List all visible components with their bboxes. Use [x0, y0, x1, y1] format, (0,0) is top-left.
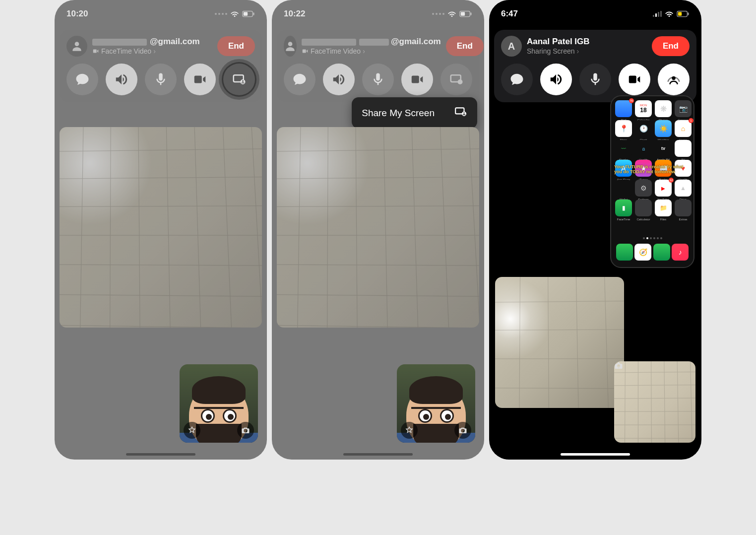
messages-button[interactable] [501, 64, 533, 95]
app-wallet: Wallet [615, 180, 632, 197]
status-right [653, 9, 690, 18]
contact-name: @gmail.com [92, 37, 212, 47]
home-indicator[interactable] [126, 453, 195, 456]
status-time: 6:47 [501, 9, 518, 19]
app-health-data: ⩍Health [635, 140, 652, 157]
remote-video-view[interactable] [277, 127, 479, 328]
app-files: 📁Files [655, 200, 672, 216]
wifi-icon [665, 9, 674, 18]
battery-icon [459, 10, 472, 17]
remote-video-tile[interactable] [495, 277, 624, 408]
screenshare-button[interactable] [441, 64, 472, 95]
cellular-bars-icon [653, 11, 662, 17]
end-call-button[interactable]: End [217, 36, 255, 56]
app-youtube: ▶12YouTube [655, 180, 672, 197]
app-camera: 📷Camera [675, 100, 692, 117]
remote-video-view[interactable] [60, 127, 262, 328]
avatar[interactable] [66, 36, 87, 57]
svg-rect-11 [470, 12, 471, 15]
svg-rect-14 [412, 76, 419, 83]
effects-button[interactable] [401, 422, 418, 439]
end-call-button[interactable]: End [446, 36, 484, 56]
svg-rect-23 [629, 76, 636, 83]
dock-safari: 🧭 [634, 244, 651, 261]
redacted-name [302, 39, 356, 46]
app-calculator: Calculator [635, 200, 652, 216]
redacted-name [92, 39, 147, 46]
speaker-button[interactable] [106, 64, 137, 95]
shareplay-button[interactable] [658, 64, 690, 95]
messages-button[interactable] [66, 64, 98, 95]
app-home: ⌂1Home [675, 120, 692, 137]
svg-rect-4 [93, 50, 97, 53]
flip-camera-button[interactable] [454, 422, 471, 439]
speaker-button[interactable] [323, 64, 355, 95]
status-right [215, 9, 255, 18]
status-time: 10:20 [66, 9, 88, 19]
shared-screen-thumbnail[interactable]: 70Mail MON18Calendar ❋Photos 📷Camera 📍Ma… [610, 95, 694, 268]
screenshare-icon [454, 105, 467, 121]
svg-point-7 [241, 79, 246, 84]
self-video-pip[interactable] [180, 364, 258, 443]
battery-icon [242, 10, 255, 17]
chevron-right-icon: › [153, 47, 156, 56]
redacted-name-2 [359, 39, 389, 46]
svg-rect-10 [461, 12, 465, 15]
app-settings: ⚙Settings [635, 180, 652, 197]
app-clock: 🕐Clock [635, 120, 652, 137]
speaker-button[interactable] [540, 64, 572, 95]
contact-name: Aanal Patel IGB [527, 37, 647, 47]
app-drive: ▲Drive [675, 180, 692, 197]
status-right [432, 9, 472, 18]
avatar[interactable]: A [501, 36, 522, 57]
mute-button[interactable] [362, 64, 394, 95]
app-stocks: 〰Stocks [615, 140, 632, 157]
screen-2-share-popup: 10:22 @gmail.com FaceTime Video [272, 0, 484, 460]
call-status[interactable]: FaceTime Video › [92, 47, 212, 56]
svg-rect-2 [253, 12, 254, 15]
contact-name: @gmail.com [302, 37, 441, 47]
svg-point-16 [458, 79, 463, 84]
svg-point-18 [462, 112, 466, 116]
camera-toggle-button[interactable] [184, 64, 216, 95]
camera-toggle-button[interactable] [619, 64, 650, 95]
screen-3-sharing-active: 6:47 A Aanal Patel IGB Sharing Screen › … [489, 0, 701, 460]
home-indicator[interactable] [561, 453, 630, 456]
avatar[interactable] [284, 36, 297, 57]
mute-button[interactable] [145, 64, 177, 95]
svg-rect-5 [194, 76, 202, 83]
battery-low-power-icon [677, 10, 690, 17]
effects-button[interactable] [184, 422, 200, 439]
app-weather: ☀️Weather [655, 120, 672, 137]
screenshare-button[interactable] [223, 64, 255, 95]
svg-point-19 [463, 112, 465, 114]
wifi-icon [230, 9, 239, 18]
status-bar: 6:47 [489, 3, 701, 25]
flip-camera-button[interactable] [237, 422, 254, 439]
app-facetime: ▮FaceTime [615, 200, 632, 216]
cellular-dots-icon [215, 13, 227, 15]
dock-music: ♪ [672, 244, 689, 261]
facetime-control-card: @gmail.com FaceTime Video › End [277, 30, 479, 102]
home-indicator[interactable] [343, 453, 413, 456]
cellular-dots-icon [432, 13, 444, 15]
self-video-tile[interactable] [614, 361, 695, 443]
page-indicator [611, 237, 693, 239]
facetime-control-card: @gmail.com FaceTime Video › End [60, 30, 262, 102]
end-call-button[interactable]: End [652, 36, 690, 56]
dock: 🧭 ♪ [615, 241, 690, 263]
mute-button[interactable] [579, 64, 611, 95]
messages-button[interactable] [284, 64, 315, 95]
wifi-icon [447, 9, 456, 18]
chevron-right-icon: › [363, 47, 365, 56]
camera-toggle-button[interactable] [401, 64, 433, 95]
status-bar: 10:20 [55, 3, 267, 25]
share-my-screen-popup[interactable]: Share My Screen [352, 97, 477, 129]
chevron-right-icon: › [577, 47, 579, 56]
call-status[interactable]: FaceTime Video › [302, 47, 441, 56]
self-video-pip[interactable] [397, 364, 475, 443]
call-status[interactable]: Sharing Screen › [527, 47, 647, 56]
svg-rect-22 [688, 12, 689, 15]
wallpaper-text: Your FUTURE is created by what you do TO… [614, 165, 691, 175]
svg-rect-21 [678, 12, 682, 15]
